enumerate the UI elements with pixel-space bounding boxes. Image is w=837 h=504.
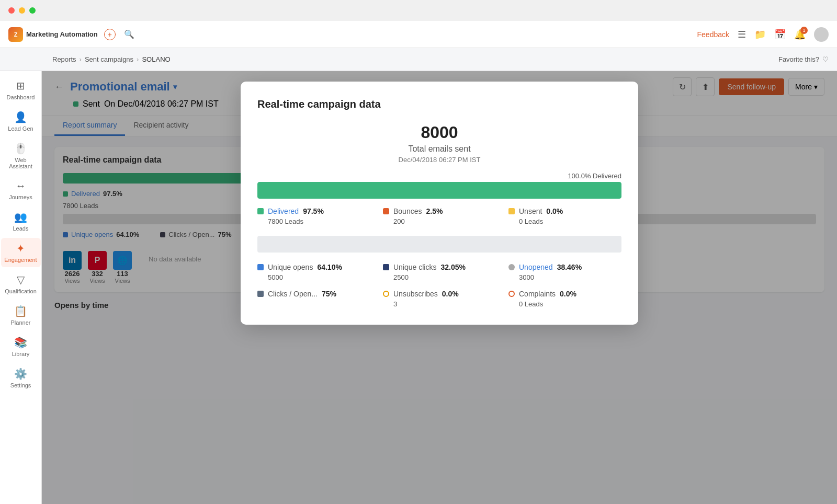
- modal-stat-bounces: Bounces 2.5% 200: [383, 207, 496, 225]
- unique-opens-modal-pct: 64.10%: [317, 263, 342, 271]
- breadcrumb: Reports › Sent campaigns › SOLANO: [52, 55, 171, 63]
- app-name: Marketing Automation: [26, 30, 98, 38]
- breadcrumb-reports[interactable]: Reports: [52, 55, 76, 63]
- complaints-modal-dot: [508, 291, 515, 297]
- unsubscribes-modal-label: Unsubscribes: [393, 290, 438, 298]
- sidebar-label-settings: Settings: [10, 382, 31, 388]
- complaints-modal-value: 0 Leads: [519, 300, 621, 308]
- maximize-dot[interactable]: [29, 7, 36, 14]
- unsent-modal-value: 0 Leads: [519, 217, 621, 225]
- modal-stat-unique-opens: Unique opens 64.10% 5000: [257, 263, 370, 281]
- sidebar-item-engagement[interactable]: ✦ Engagement: [1, 238, 41, 267]
- calendar-icon[interactable]: 📅: [774, 29, 786, 40]
- favorite-label: Favorite this?: [778, 55, 819, 63]
- sidebar: ⊞ Dashboard 👤 Lead Gen 🖱️ Web Assistant …: [0, 71, 42, 504]
- breadcrumb-bar: Reports › Sent campaigns › SOLANO Favori…: [0, 48, 837, 71]
- modal-stat-clicks-open: Clicks / Open... 75%: [257, 290, 370, 308]
- complaints-modal-label: Complaints: [519, 290, 556, 298]
- list-icon[interactable]: ☰: [738, 29, 746, 40]
- modal-total-label: Total emails sent: [257, 144, 621, 154]
- modal-bar1-outer: [257, 182, 621, 199]
- bounces-modal-pct: 2.5%: [426, 207, 443, 215]
- modal-stat-complaints-header: Complaints 0.0%: [508, 290, 621, 298]
- unsubscribes-modal-dot: [383, 291, 389, 297]
- sidebar-label-leads: Leads: [13, 225, 29, 232]
- unsent-modal-dot: [508, 208, 515, 214]
- sidebar-label-qualification: Qualification: [5, 288, 37, 294]
- unique-clicks-modal-dot: [383, 264, 389, 270]
- leads-icon: 👥: [14, 211, 27, 223]
- heart-icon: ♡: [822, 55, 829, 63]
- topnav: Z Marketing Automation + 🔍 Feedback ☰ 📁 …: [0, 21, 837, 48]
- sidebar-item-lead-gen[interactable]: 👤 Lead Gen: [1, 107, 41, 136]
- sidebar-label-engagement: Engagement: [4, 257, 37, 263]
- journeys-icon: ↔: [16, 180, 26, 192]
- sidebar-item-dashboard[interactable]: ⊞ Dashboard: [1, 75, 41, 105]
- sidebar-label-web-assistant: Web Assistant: [3, 157, 39, 169]
- clicks-open-modal-label: Clicks / Open...: [268, 290, 318, 298]
- modal-stat-unsubscribes-header: Unsubscribes 0.0%: [383, 290, 496, 298]
- delivered-modal-dot: [257, 208, 264, 214]
- modal-title: Real-time campaign data: [257, 98, 621, 110]
- search-icon[interactable]: 🔍: [124, 29, 134, 39]
- sidebar-item-qualification[interactable]: ▽ Qualification: [1, 269, 41, 299]
- modal-stat-unsubscribes: Unsubscribes 0.0% 3: [383, 290, 496, 308]
- bounces-modal-dot: [383, 208, 389, 214]
- unsubscribes-modal-pct: 0.0%: [442, 290, 459, 298]
- modal-bar2-outer: [257, 236, 621, 253]
- sidebar-label-journeys: Journeys: [9, 194, 32, 200]
- nav-right: Feedback ☰ 📁 📅 🔔 1: [697, 27, 829, 42]
- qualification-icon: ▽: [17, 273, 25, 286]
- sidebar-item-settings[interactable]: ⚙️ Settings: [1, 363, 41, 393]
- unopened-modal-value: 3000: [519, 273, 621, 281]
- main-layout: ⊞ Dashboard 👤 Lead Gen 🖱️ Web Assistant …: [0, 71, 837, 504]
- folder-icon[interactable]: 📁: [754, 29, 766, 40]
- modal-stat-unsent: Unsent 0.0% 0 Leads: [508, 207, 621, 225]
- unsubscribes-modal-value: 3: [393, 300, 496, 308]
- sidebar-item-leads[interactable]: 👥 Leads: [1, 207, 41, 236]
- unique-opens-modal-value: 5000: [268, 273, 370, 281]
- sidebar-item-web-assistant[interactable]: 🖱️ Web Assistant: [1, 138, 41, 174]
- modal-stat-unsent-header: Unsent 0.0%: [508, 207, 621, 215]
- bounces-modal-value: 200: [393, 217, 496, 225]
- notification-badge: 1: [800, 27, 808, 34]
- breadcrumb-sep2: ›: [137, 55, 139, 63]
- sidebar-label-dashboard: Dashboard: [7, 94, 35, 100]
- delivered-modal-value: 7800 Leads: [268, 217, 370, 225]
- app-logo: Z Marketing Automation: [8, 27, 98, 42]
- unique-opens-modal-dot: [257, 264, 264, 270]
- modal-stat-unopened: Unopened 38.46% 3000: [508, 263, 621, 281]
- delivered-modal-label[interactable]: Delivered: [268, 207, 299, 215]
- user-plus-icon: 👤: [14, 111, 27, 123]
- modal-total: 8000 Total emails sent Dec/04/2018 06:27…: [257, 123, 621, 164]
- favorite-button[interactable]: Favorite this? ♡: [778, 55, 829, 63]
- modal-stat-delivered: Delivered 97.5% 7800 Leads: [257, 207, 370, 225]
- modal-stats-grid: Delivered 97.5% 7800 Leads Bounces 2.5% …: [257, 207, 621, 225]
- unsent-modal-label: Unsent: [519, 207, 542, 215]
- add-tab-button[interactable]: +: [104, 29, 116, 40]
- sidebar-item-planner[interactable]: 📋 Planner: [1, 301, 41, 330]
- sidebar-label-lead-gen: Lead Gen: [8, 125, 33, 132]
- modal-bar1-label: 100.0% Delivered: [257, 172, 621, 180]
- sidebar-label-planner: Planner: [11, 319, 31, 326]
- modal-bar2-inner: [257, 236, 621, 253]
- breadcrumb-sep1: ›: [80, 55, 82, 63]
- close-dot[interactable]: [8, 7, 15, 14]
- modal-total-number: 8000: [257, 123, 621, 142]
- unopened-modal-label[interactable]: Unopened: [519, 263, 553, 271]
- sidebar-item-journeys[interactable]: ↔ Journeys: [1, 176, 41, 204]
- clicks-open-modal-dot: [257, 291, 264, 297]
- sidebar-item-library[interactable]: 📚 Library: [1, 332, 41, 361]
- breadcrumb-sent-campaigns[interactable]: Sent campaigns: [85, 55, 133, 63]
- feedback-link[interactable]: Feedback: [697, 30, 729, 39]
- modal-bar1-inner: [257, 182, 621, 199]
- delivered-modal-pct: 97.5%: [303, 207, 324, 215]
- minimize-dot[interactable]: [19, 7, 25, 14]
- modal-stat-unique-clicks: Unique clicks 32.05% 2500: [383, 263, 496, 281]
- notification-icon[interactable]: 🔔 1: [794, 29, 806, 40]
- modal-stat-bounces-header: Bounces 2.5%: [383, 207, 496, 215]
- grid-icon: ⊞: [16, 79, 25, 92]
- sidebar-label-library: Library: [12, 351, 30, 357]
- settings-icon: ⚙️: [14, 368, 27, 380]
- avatar[interactable]: [814, 27, 829, 42]
